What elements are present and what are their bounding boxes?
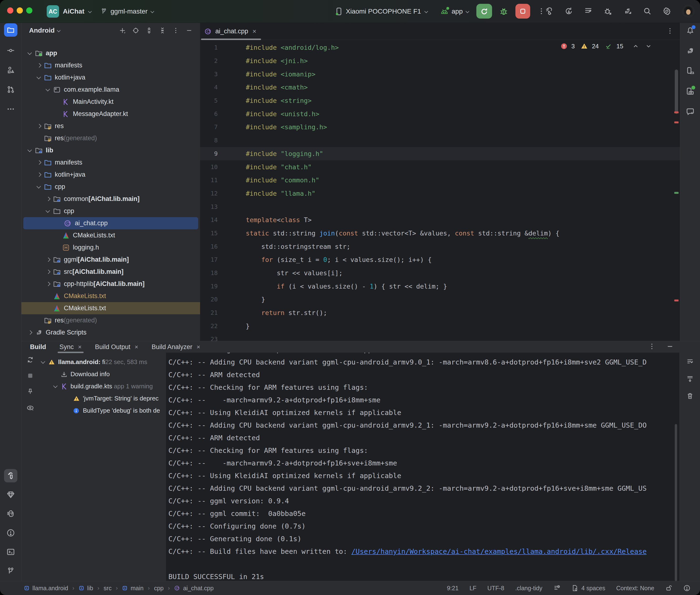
ai-context[interactable]: Context: None	[616, 585, 654, 592]
console-scrollbar[interactable]	[675, 424, 677, 581]
code-line-5[interactable]: 5#include <string>	[200, 94, 680, 107]
breadcrumb-src[interactable]: src	[104, 585, 111, 592]
code-line-2[interactable]: 2#include <jni.h>	[200, 54, 680, 67]
code-line-17[interactable]: 17 for (size_t i = 0; i < values.size();…	[200, 253, 680, 266]
quality-insights-tool-icon[interactable]	[4, 488, 18, 502]
tree-item-messageadapter-kt[interactable]: MessageAdapter.kt	[22, 108, 200, 120]
tree-chevron-icon[interactable]	[35, 123, 44, 130]
editor-scrollbar[interactable]	[675, 69, 678, 114]
unlock-icon[interactable]	[665, 585, 672, 592]
code-line-3[interactable]: 3#include <iomanip>	[200, 67, 680, 81]
code-line-15[interactable]: 15static std::string join(const std::vec…	[200, 227, 680, 240]
tree-chevron-icon[interactable]	[26, 329, 35, 336]
build-tree-item[interactable]: 'jvmTarget: String' is deprec	[39, 392, 166, 404]
tab-close-icon[interactable]: ×	[197, 343, 200, 351]
pin-icon[interactable]	[27, 388, 34, 395]
analyzer-status[interactable]: .clang-tidy	[515, 585, 542, 592]
tree-item-ai-chat-cpp[interactable]: Cai_chat.cpp	[23, 217, 198, 229]
settings-gear-icon[interactable]	[662, 7, 671, 16]
line-number[interactable]: 19	[200, 283, 227, 290]
error-stripe-mark[interactable]	[674, 111, 678, 113]
breadcrumb-main[interactable]: main	[122, 585, 143, 592]
line-number[interactable]: 12	[200, 190, 227, 197]
build-tab-build-analyzer[interactable]: Build Analyzer×	[152, 341, 200, 352]
attach-debugger-icon[interactable]	[603, 7, 612, 16]
terminal-tool-icon[interactable]	[4, 545, 18, 559]
breadcrumb-lib[interactable]: lib	[79, 585, 93, 592]
line-number[interactable]: 14	[200, 217, 227, 223]
device-manager-tool-icon[interactable]	[683, 64, 697, 78]
build-tree-item[interactable]: BuildType 'debug' is both de	[39, 404, 166, 417]
tree-chevron-icon[interactable]	[35, 171, 44, 178]
project-view-selector[interactable]: Android	[29, 27, 55, 34]
tree-item-common[interactable]: common [AiChat.lib.main]	[22, 193, 200, 205]
tree-item-com-example-llama[interactable]: com.example.llama	[22, 84, 200, 96]
build-tab-sync[interactable]: Sync×	[60, 341, 82, 352]
code-line-18[interactable]: 18 str << values[i];	[200, 266, 680, 280]
notifications-bell-icon[interactable]	[683, 24, 697, 37]
code-line-10[interactable]: 10#include "chat.h"	[200, 160, 680, 174]
run-configuration-selector[interactable]: app	[440, 5, 470, 18]
tree-chevron-icon[interactable]	[44, 281, 53, 288]
select-opened-file-icon[interactable]	[129, 27, 142, 34]
line-number[interactable]: 11	[200, 177, 227, 183]
tree-chevron-icon[interactable]	[44, 208, 53, 215]
caret-position[interactable]: 9:21	[447, 585, 458, 592]
line-number[interactable]: 2	[200, 57, 227, 64]
code-line-11[interactable]: 11#include "common.h"	[200, 174, 680, 187]
tree-item-kotlin-java[interactable]: kotlin+java	[22, 169, 200, 181]
tree-item-src[interactable]: src [AiChat.lib.main]	[22, 266, 200, 278]
tree-chevron-icon[interactable]	[35, 183, 44, 191]
tree-chevron-icon[interactable]	[52, 383, 60, 390]
file-encoding[interactable]: UTF-8	[487, 585, 504, 592]
tree-chevron-icon[interactable]	[39, 359, 48, 366]
locate-file-plus-icon[interactable]	[116, 27, 129, 34]
line-number[interactable]: 18	[200, 270, 227, 277]
build-tree-item[interactable]: Download info	[39, 368, 166, 380]
build-project-icon[interactable]	[545, 7, 554, 16]
tree-chevron-icon[interactable]	[44, 86, 53, 93]
project-selector[interactable]: AC AiChat	[47, 5, 92, 18]
tree-item-lib[interactable]: lib	[22, 144, 200, 157]
line-number[interactable]: 6	[200, 111, 227, 117]
tab-close-icon[interactable]: ×	[135, 343, 138, 351]
rerun-sync-icon[interactable]	[26, 356, 34, 364]
tree-item-cpp-httplib[interactable]: cpp-httplib [AiChat.lib.main]	[22, 278, 200, 290]
tree-item-gradle-scripts[interactable]: Gradle Scripts	[22, 327, 200, 339]
tab-close-icon[interactable]: ×	[78, 343, 82, 351]
tree-item-res[interactable]: res (generated)	[22, 314, 200, 327]
run-tasks-icon[interactable]	[584, 7, 593, 16]
tab-close-icon[interactable]: ×	[252, 28, 256, 35]
error-stripe-mark[interactable]	[674, 121, 678, 123]
code-line-1[interactable]: 1#include <android/log.h>	[200, 41, 680, 54]
tree-chevron-icon[interactable]	[35, 159, 44, 166]
code-line-4[interactable]: 4#include <cmath>	[200, 81, 680, 94]
debug-button[interactable]	[499, 7, 508, 16]
scroll-to-end-icon[interactable]	[686, 375, 694, 382]
tree-item-ggml[interactable]: ggml [AiChat.lib.main]	[22, 254, 200, 266]
vcs-stripe-mark[interactable]	[674, 192, 678, 194]
rerun-button[interactable]	[476, 4, 492, 19]
code-line-13[interactable]: 13	[200, 200, 680, 213]
gradle-sync-icon[interactable]	[623, 7, 632, 16]
tree-chevron-icon[interactable]	[26, 147, 35, 154]
tree-chevron-icon[interactable]	[44, 196, 53, 203]
tree-chevron-icon[interactable]	[35, 74, 44, 81]
line-number[interactable]: 5	[200, 97, 227, 104]
vcs-branch-selector[interactable]: ggml-master	[100, 5, 155, 18]
tree-chevron-icon[interactable]	[44, 268, 53, 276]
indent-config[interactable]: 4 spaces	[571, 585, 605, 592]
line-number[interactable]: 7	[200, 123, 227, 131]
code-line-8[interactable]: 8	[200, 134, 680, 147]
code-line-22[interactable]: 22}	[200, 319, 680, 333]
line-number[interactable]: 3	[200, 71, 227, 78]
clear-console-trash-icon[interactable]	[686, 392, 694, 400]
build-tree-item[interactable]: llama.android: fi22 sec, 583 ms	[39, 356, 166, 368]
breadcrumb-cpp[interactable]: cpp	[154, 585, 164, 592]
project-options-kebab-icon[interactable]	[169, 27, 183, 34]
expand-all-icon[interactable]	[142, 27, 156, 34]
code-line-20[interactable]: 20 }	[200, 293, 680, 306]
collapse-all-icon[interactable]	[156, 27, 169, 34]
code-line-21[interactable]: 21 return str.str();	[200, 306, 680, 319]
structure-tool-icon[interactable]	[4, 63, 18, 77]
